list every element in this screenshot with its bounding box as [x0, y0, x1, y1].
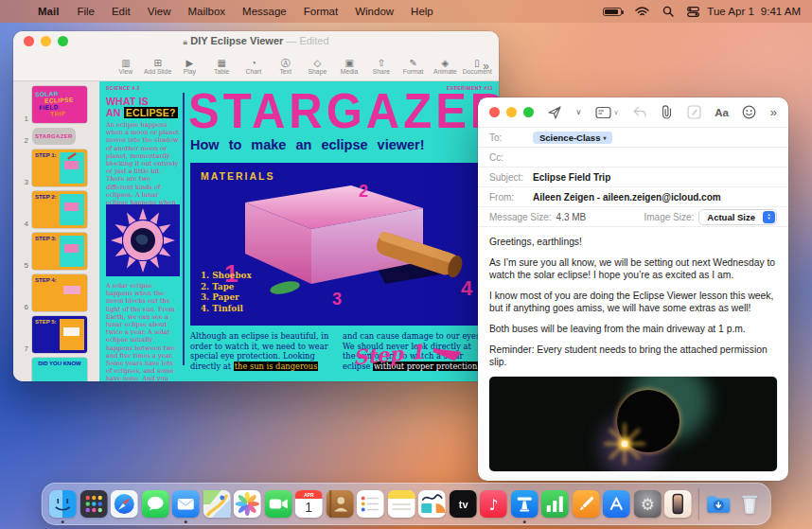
slide-thumbnail-7[interactable]: 7 STEP 5: — [13, 316, 99, 353]
dock-maps[interactable] — [203, 490, 230, 518]
dock-freeform[interactable] — [418, 490, 446, 518]
dock-keynote[interactable] — [510, 490, 538, 518]
menu-item[interactable]: File — [77, 6, 95, 17]
dock-numbers[interactable] — [541, 490, 569, 518]
dock-app-store[interactable] — [603, 490, 630, 518]
from-value: Aileen Zeigen - aileen.zeigen@icloud.com — [533, 192, 721, 203]
dock-trash[interactable] — [735, 490, 763, 518]
eclipse-photo-attachment[interactable] — [489, 377, 777, 471]
menu-item[interactable]: Help — [411, 6, 433, 17]
slide-canvas[interactable]: SCIENCE 4.2 EXPERIMENT #11 WHAT IS AN EC… — [99, 81, 499, 381]
slide-thumbnail-3[interactable]: 3 STEP 1: — [13, 150, 99, 186]
battery-icon[interactable] — [603, 8, 622, 16]
slide-header-left: SCIENCE 4.2 — [106, 85, 140, 91]
recipient-token[interactable]: Science-Class ▾ — [533, 132, 612, 144]
materials-item: 3. Paper — [201, 292, 252, 304]
slide-thumbnail-1[interactable]: 1 SOLAR ECLIPSE FIELD TRIP — [13, 86, 99, 123]
control-center-icon[interactable] — [687, 7, 699, 17]
cc-field[interactable]: Cc: — [478, 147, 788, 167]
toolbar-button[interactable]: ✎ Format — [397, 58, 430, 75]
send-options-chevron-icon[interactable]: ∨ — [575, 108, 581, 116]
toolbar-button[interactable]: ◔ Chart — [238, 58, 270, 75]
tv-label: tv — [458, 499, 468, 510]
toolbar-button[interactable]: ◈ Animate — [430, 58, 462, 75]
header-fields-button[interactable]: ∨ — [595, 106, 619, 119]
materials-item: 1. Shoebox — [201, 271, 252, 282]
toolbar-button[interactable]: Ⓐ Text — [270, 58, 302, 75]
from-field[interactable]: From: Aileen Zeigen - aileen.zeigen@iclo… — [478, 186, 788, 206]
slide-thumbnail-6[interactable]: 6 STEP 4: — [13, 274, 99, 311]
menu-item[interactable]: Message — [242, 6, 287, 17]
message-body-editor[interactable]: Greetings, earthlings!As I’m sure you al… — [478, 226, 788, 375]
dock-pages[interactable] — [572, 490, 599, 518]
send-button[interactable] — [547, 105, 562, 120]
menu-item[interactable]: Format — [304, 6, 338, 17]
toolbar-icon: ▶ — [186, 58, 194, 68]
markup-icon[interactable] — [687, 105, 701, 119]
dock-downloads-folder[interactable] — [705, 490, 733, 518]
toolbar-button[interactable]: ◇ Shape — [302, 58, 334, 75]
zoom-button[interactable] — [523, 107, 534, 117]
dock-music[interactable]: ♪ — [480, 490, 507, 518]
dock-calendar[interactable]: APR1 — [295, 490, 323, 518]
to-field[interactable]: To: Science-Class ▾ — [478, 127, 788, 147]
reply-icon[interactable] — [632, 106, 647, 118]
format-text-button[interactable]: Aa — [715, 107, 729, 118]
zoom-button[interactable] — [58, 36, 68, 46]
subject-field[interactable]: Subject: Eclipse Field Trip — [478, 167, 788, 186]
materials-item: 2. Tape — [201, 282, 252, 293]
calendar-month: APR — [304, 492, 314, 498]
menu-item[interactable]: Window — [355, 6, 394, 17]
emoji-icon[interactable] — [742, 105, 756, 119]
toolbar-button[interactable]: ▶ Play — [174, 58, 206, 75]
slide-heading: WHAT IS AN ECLIPSE? — [106, 96, 178, 118]
keynote-toolbar: ▥ View ⊞ Add Slide ▶ Play ▦ Table ◔ Char… — [13, 51, 499, 80]
dock-facetime[interactable] — [264, 490, 291, 518]
close-button[interactable] — [489, 107, 500, 117]
toolbar-button[interactable]: ▣ Media — [333, 58, 365, 75]
toolbar-button[interactable]: ▦ Table — [205, 58, 238, 75]
wifi-icon[interactable] — [635, 7, 649, 17]
minimize-button[interactable] — [41, 36, 51, 46]
body-paragraph: Reminder: Every student needs to bring t… — [489, 344, 777, 368]
dock-safari[interactable] — [111, 490, 138, 518]
slide-thumbnail-8[interactable]: 8 DID YOU KNOW — [13, 358, 99, 381]
slide-thumbnail-2-selected[interactable]: 2 STARGAZER — [13, 128, 99, 145]
running-indicator — [522, 520, 525, 523]
dock-settings[interactable]: ⚙ — [633, 490, 661, 518]
message-size-value: 4.3 MB — [556, 212, 587, 222]
mail-toolbar: ∨ ∨ Aa » — [478, 97, 788, 127]
toolbar-button[interactable]: ⊞ Add Slide — [142, 58, 174, 75]
dock-launchpad[interactable] — [79, 490, 107, 518]
token-chevron-icon: ▾ — [603, 134, 606, 141]
dock-photos[interactable] — [234, 490, 261, 518]
dock-notes[interactable] — [387, 490, 415, 518]
slide-navigator: 1 SOLAR ECLIPSE FIELD TRIP 2 STARGAZER 3… — [13, 81, 99, 381]
slide-thumbnail-4[interactable]: 4 STEP 2: — [13, 191, 99, 228]
app-menu-mail[interactable]: Mail — [38, 6, 59, 17]
menu-item[interactable]: Mailbox — [187, 6, 225, 17]
menu-item[interactable]: View — [148, 6, 171, 17]
image-size-select[interactable]: Actual Size ▲▼ — [698, 209, 777, 225]
figure-number-2: 2 — [359, 182, 368, 201]
dock-reminders[interactable] — [357, 490, 384, 518]
toolbar-button[interactable]: ⇧ Share — [365, 58, 397, 75]
mail-compose-window: ∨ ∨ Aa » To: Science-Class ▾ — [478, 97, 788, 481]
dock-messages[interactable] — [141, 490, 168, 518]
slide-thumbnail-5[interactable]: 5 STEP 3: — [13, 233, 99, 270]
toolbar-overflow-button[interactable]: » — [483, 60, 489, 73]
menu-clock[interactable]: Tue Apr 1 9:41 AM — [707, 6, 801, 17]
toolbar-button[interactable]: ▥ View — [110, 58, 142, 75]
attach-icon[interactable] — [661, 105, 673, 119]
minimize-button[interactable] — [506, 107, 517, 117]
dock-mail[interactable] — [172, 490, 200, 518]
menu-item[interactable]: Edit — [112, 6, 131, 17]
stepper-icon: ▲▼ — [763, 211, 775, 223]
search-icon[interactable] — [662, 6, 674, 17]
dock-iphone-mirroring[interactable] — [664, 490, 692, 518]
close-button[interactable] — [24, 36, 34, 46]
dock-tv[interactable]: tv — [449, 490, 476, 518]
toolbar-overflow-button[interactable]: » — [770, 105, 777, 119]
dock-contacts[interactable] — [326, 490, 353, 518]
dock-finder[interactable] — [49, 490, 77, 518]
